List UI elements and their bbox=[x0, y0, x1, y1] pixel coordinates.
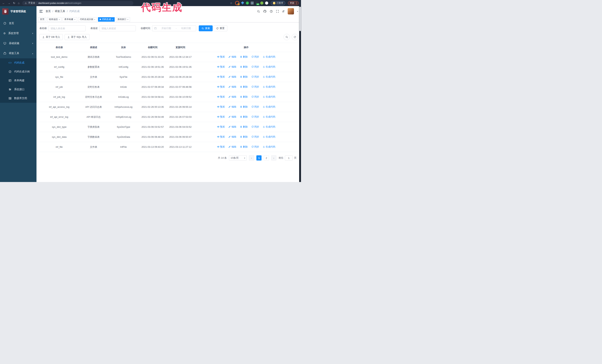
goto-page-input[interactable] bbox=[285, 155, 293, 161]
extension-puzzle-icon[interactable] bbox=[265, 1, 268, 5]
tab-system-api[interactable]: 系统接口× bbox=[116, 17, 130, 22]
sync-link[interactable]: 同步 bbox=[251, 85, 259, 89]
extension-icon-3[interactable]: ✓ bbox=[246, 1, 249, 5]
edit-link[interactable]: 编辑 bbox=[228, 115, 236, 119]
page-button-2[interactable]: 2 bbox=[264, 155, 269, 161]
sync-link[interactable]: 同步 bbox=[251, 65, 259, 69]
extension-icon-1[interactable]: 1 bbox=[235, 1, 239, 5]
delete-link[interactable]: 删除 bbox=[240, 65, 248, 69]
table-name-input[interactable] bbox=[49, 25, 86, 31]
sidebar-item-system[interactable]: ⚙ 系统管理 ▾ bbox=[0, 28, 36, 38]
extension-icon-5[interactable]: on bbox=[255, 1, 258, 5]
next-page-button[interactable]: › bbox=[271, 155, 276, 161]
import-db-button[interactable]: 基于 DB 导入 bbox=[39, 34, 63, 40]
toggle-search-button[interactable] bbox=[284, 34, 290, 40]
sync-link[interactable]: 同步 bbox=[251, 145, 259, 149]
delete-link[interactable]: 删除 bbox=[240, 115, 248, 119]
preview-link[interactable]: 预览 bbox=[217, 95, 225, 99]
github-icon[interactable] bbox=[263, 10, 267, 13]
edit-link[interactable]: 编辑 bbox=[228, 55, 236, 59]
browser-menu-icon[interactable] bbox=[296, 2, 297, 4]
table-desc-input[interactable] bbox=[99, 25, 136, 31]
tab-codegen-example[interactable]: 代码生成示例× bbox=[78, 17, 97, 22]
page-scrollbar[interactable] bbox=[299, 6, 301, 182]
generate-code-link[interactable]: 生成代码 bbox=[263, 105, 275, 109]
generate-code-link[interactable]: 生成代码 bbox=[263, 145, 275, 149]
extension-icon-6[interactable] bbox=[260, 1, 263, 5]
prev-page-button[interactable]: ‹ bbox=[249, 155, 254, 161]
browser-reload-icon[interactable]: ↻ bbox=[13, 2, 15, 4]
address-bar[interactable]: ⚠ 不安全 dashboard.yudao.iocoder.cn/tool/co… bbox=[22, 1, 133, 5]
preview-link[interactable]: 预览 bbox=[217, 125, 225, 129]
hamburger-icon[interactable] bbox=[39, 10, 43, 13]
logo-row[interactable]: 芋道管理系统 bbox=[0, 6, 36, 17]
breadcrumb-home[interactable]: 首页 bbox=[46, 10, 51, 13]
help-icon[interactable] bbox=[270, 10, 273, 13]
sync-link[interactable]: 同步 bbox=[251, 105, 259, 109]
generate-code-link[interactable]: 生成代码 bbox=[263, 65, 275, 69]
reset-button[interactable]: 重置 bbox=[213, 25, 227, 31]
delete-link[interactable]: 删除 bbox=[240, 135, 248, 139]
browser-home-icon[interactable]: ⌂ bbox=[18, 2, 20, 4]
profile-paused-badge[interactable]: 已暂停 bbox=[271, 1, 285, 5]
generate-code-link[interactable]: 生成代码 bbox=[263, 135, 275, 139]
avatar-caret-icon[interactable]: ▾ bbox=[297, 10, 298, 12]
delete-link[interactable]: 删除 bbox=[240, 75, 248, 79]
sidebar-item-codegen-example[interactable]: 代码生成示例 bbox=[0, 67, 36, 76]
breadcrumb-devtools[interactable]: 研发工具 bbox=[55, 10, 65, 13]
delete-link[interactable]: 删除 bbox=[240, 125, 248, 129]
generate-code-link[interactable]: 生成代码 bbox=[263, 115, 275, 119]
page-size-select[interactable]: 10条/页 ▾ bbox=[229, 155, 247, 161]
sidebar-item-form-builder[interactable]: 表单构建 bbox=[0, 76, 36, 85]
sync-link[interactable]: 同步 bbox=[251, 135, 259, 139]
edit-link[interactable]: 编辑 bbox=[228, 135, 236, 139]
extension-icon-4[interactable]: ◆ bbox=[251, 1, 254, 5]
import-sql-button[interactable]: 基于 SQL 导入 bbox=[65, 34, 89, 40]
tab-form-builder[interactable]: 表单构建× bbox=[63, 17, 77, 22]
generate-code-link[interactable]: 生成代码 bbox=[263, 125, 275, 129]
edit-link[interactable]: 编辑 bbox=[228, 75, 236, 79]
scrollbar-thumb[interactable] bbox=[299, 7, 301, 31]
sync-link[interactable]: 同步 bbox=[251, 125, 259, 129]
tab-codegen[interactable]: 代码生成× bbox=[98, 17, 115, 22]
browser-forward-icon[interactable]: → bbox=[8, 2, 10, 4]
sync-link[interactable]: 同步 bbox=[251, 55, 259, 59]
preview-link[interactable]: 预览 bbox=[217, 85, 225, 89]
delete-link[interactable]: 删除 bbox=[240, 145, 248, 149]
preview-link[interactable]: 预览 bbox=[217, 105, 225, 109]
tab-tracing[interactable]: 链路追踪× bbox=[47, 17, 62, 22]
generate-code-link[interactable]: 生成代码 bbox=[263, 95, 275, 99]
search-button[interactable]: 搜索 bbox=[199, 25, 213, 31]
edit-link[interactable]: 编辑 bbox=[228, 65, 236, 69]
preview-link[interactable]: 预览 bbox=[217, 145, 225, 149]
close-icon[interactable]: × bbox=[127, 18, 128, 21]
edit-link[interactable]: 编辑 bbox=[228, 125, 236, 129]
edit-link[interactable]: 编辑 bbox=[228, 145, 236, 149]
preview-link[interactable]: 预览 bbox=[217, 65, 225, 69]
bookmark-star-icon[interactable]: ☆ bbox=[230, 1, 232, 5]
delete-link[interactable]: 删除 bbox=[240, 105, 248, 109]
font-size-icon[interactable]: tT bbox=[282, 10, 285, 13]
delete-link[interactable]: 删除 bbox=[240, 85, 248, 89]
sidebar-item-home[interactable]: 首页 bbox=[0, 18, 36, 28]
browser-back-icon[interactable]: ← bbox=[2, 2, 5, 4]
sidebar-item-infra[interactable]: 基础设施 ▾ bbox=[0, 38, 36, 48]
tab-home[interactable]: 首页 bbox=[38, 17, 46, 22]
delete-link[interactable]: 删除 bbox=[240, 95, 248, 99]
sidebar-item-db-doc[interactable]: 数据库文档 bbox=[0, 94, 36, 103]
preview-link[interactable]: 预览 bbox=[217, 55, 225, 59]
close-icon[interactable]: × bbox=[59, 18, 60, 21]
sidebar-item-devtools[interactable]: 研发工具 ▴ bbox=[0, 48, 36, 58]
search-icon[interactable] bbox=[257, 10, 260, 13]
browser-update-badge[interactable]: 更新 bbox=[288, 1, 299, 5]
page-button-1[interactable]: 1 bbox=[256, 155, 262, 161]
close-icon[interactable]: × bbox=[94, 18, 95, 21]
date-range-picker[interactable]: 开始日期 - 结束日期 bbox=[152, 25, 196, 31]
user-avatar[interactable] bbox=[288, 8, 294, 14]
fullscreen-icon[interactable] bbox=[276, 10, 279, 13]
edit-link[interactable]: 编辑 bbox=[228, 95, 236, 99]
delete-link[interactable]: 删除 bbox=[240, 55, 248, 59]
sync-link[interactable]: 同步 bbox=[251, 95, 259, 99]
sidebar-item-codegen[interactable]: 代码生成 bbox=[0, 58, 36, 67]
generate-code-link[interactable]: 生成代码 bbox=[263, 75, 275, 79]
